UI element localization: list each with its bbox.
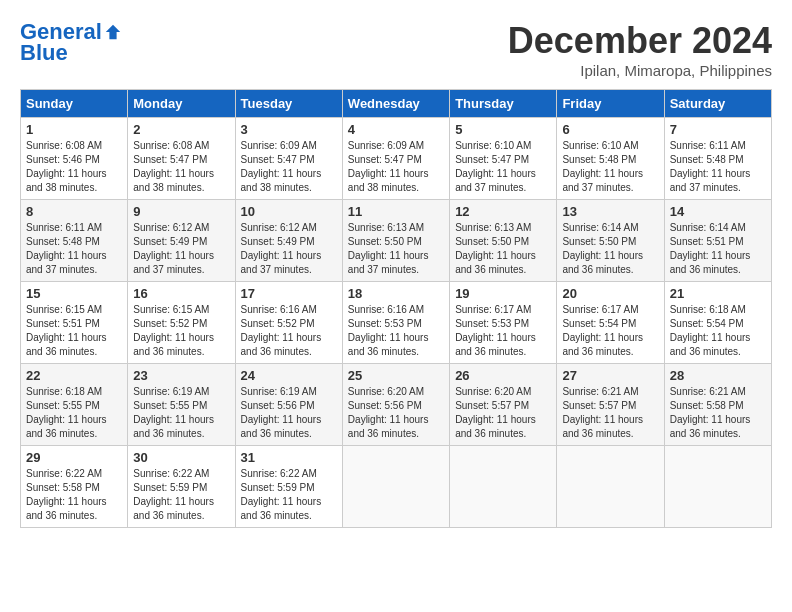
- day-info: Sunrise: 6:12 AM Sunset: 5:49 PM Dayligh…: [133, 221, 229, 277]
- day-info: Sunrise: 6:17 AM Sunset: 5:53 PM Dayligh…: [455, 303, 551, 359]
- weekday-header: Saturday: [664, 90, 771, 118]
- day-number: 26: [455, 368, 551, 383]
- day-number: 16: [133, 286, 229, 301]
- weekday-header: Friday: [557, 90, 664, 118]
- day-number: 20: [562, 286, 658, 301]
- day-info: Sunrise: 6:09 AM Sunset: 5:47 PM Dayligh…: [348, 139, 444, 195]
- calendar-cell: 18Sunrise: 6:16 AM Sunset: 5:53 PM Dayli…: [342, 282, 449, 364]
- day-info: Sunrise: 6:20 AM Sunset: 5:57 PM Dayligh…: [455, 385, 551, 441]
- calendar-week-row: 1Sunrise: 6:08 AM Sunset: 5:46 PM Daylig…: [21, 118, 772, 200]
- day-number: 3: [241, 122, 337, 137]
- day-number: 4: [348, 122, 444, 137]
- logo: General Blue: [20, 20, 122, 66]
- day-number: 18: [348, 286, 444, 301]
- day-info: Sunrise: 6:16 AM Sunset: 5:52 PM Dayligh…: [241, 303, 337, 359]
- calendar-cell: 7Sunrise: 6:11 AM Sunset: 5:48 PM Daylig…: [664, 118, 771, 200]
- calendar-cell: 27Sunrise: 6:21 AM Sunset: 5:57 PM Dayli…: [557, 364, 664, 446]
- day-info: Sunrise: 6:15 AM Sunset: 5:52 PM Dayligh…: [133, 303, 229, 359]
- calendar-cell: 24Sunrise: 6:19 AM Sunset: 5:56 PM Dayli…: [235, 364, 342, 446]
- title-area: December 2024 Ipilan, Mimaropa, Philippi…: [508, 20, 772, 79]
- calendar-cell: 25Sunrise: 6:20 AM Sunset: 5:56 PM Dayli…: [342, 364, 449, 446]
- calendar-cell: 12Sunrise: 6:13 AM Sunset: 5:50 PM Dayli…: [450, 200, 557, 282]
- day-info: Sunrise: 6:10 AM Sunset: 5:47 PM Dayligh…: [455, 139, 551, 195]
- day-number: 27: [562, 368, 658, 383]
- day-number: 14: [670, 204, 766, 219]
- day-info: Sunrise: 6:21 AM Sunset: 5:57 PM Dayligh…: [562, 385, 658, 441]
- day-info: Sunrise: 6:17 AM Sunset: 5:54 PM Dayligh…: [562, 303, 658, 359]
- calendar-cell: 3Sunrise: 6:09 AM Sunset: 5:47 PM Daylig…: [235, 118, 342, 200]
- day-number: 12: [455, 204, 551, 219]
- calendar-cell: [664, 446, 771, 528]
- calendar-cell: 23Sunrise: 6:19 AM Sunset: 5:55 PM Dayli…: [128, 364, 235, 446]
- calendar-cell: 26Sunrise: 6:20 AM Sunset: 5:57 PM Dayli…: [450, 364, 557, 446]
- day-number: 23: [133, 368, 229, 383]
- day-info: Sunrise: 6:14 AM Sunset: 5:50 PM Dayligh…: [562, 221, 658, 277]
- calendar-cell: 31Sunrise: 6:22 AM Sunset: 5:59 PM Dayli…: [235, 446, 342, 528]
- day-info: Sunrise: 6:11 AM Sunset: 5:48 PM Dayligh…: [26, 221, 122, 277]
- header: General Blue December 2024 Ipilan, Mimar…: [20, 20, 772, 79]
- day-number: 1: [26, 122, 122, 137]
- day-info: Sunrise: 6:19 AM Sunset: 5:56 PM Dayligh…: [241, 385, 337, 441]
- calendar-cell: 1Sunrise: 6:08 AM Sunset: 5:46 PM Daylig…: [21, 118, 128, 200]
- calendar-cell: 2Sunrise: 6:08 AM Sunset: 5:47 PM Daylig…: [128, 118, 235, 200]
- day-number: 24: [241, 368, 337, 383]
- day-number: 30: [133, 450, 229, 465]
- calendar-week-row: 22Sunrise: 6:18 AM Sunset: 5:55 PM Dayli…: [21, 364, 772, 446]
- weekday-header: Sunday: [21, 90, 128, 118]
- calendar-cell: [557, 446, 664, 528]
- day-number: 15: [26, 286, 122, 301]
- calendar-cell: 6Sunrise: 6:10 AM Sunset: 5:48 PM Daylig…: [557, 118, 664, 200]
- day-info: Sunrise: 6:22 AM Sunset: 5:59 PM Dayligh…: [241, 467, 337, 523]
- day-info: Sunrise: 6:20 AM Sunset: 5:56 PM Dayligh…: [348, 385, 444, 441]
- day-number: 11: [348, 204, 444, 219]
- calendar-week-row: 8Sunrise: 6:11 AM Sunset: 5:48 PM Daylig…: [21, 200, 772, 282]
- calendar-cell: 13Sunrise: 6:14 AM Sunset: 5:50 PM Dayli…: [557, 200, 664, 282]
- day-number: 29: [26, 450, 122, 465]
- day-info: Sunrise: 6:19 AM Sunset: 5:55 PM Dayligh…: [133, 385, 229, 441]
- month-title: December 2024: [508, 20, 772, 62]
- calendar-cell: 14Sunrise: 6:14 AM Sunset: 5:51 PM Dayli…: [664, 200, 771, 282]
- day-number: 2: [133, 122, 229, 137]
- day-info: Sunrise: 6:18 AM Sunset: 5:54 PM Dayligh…: [670, 303, 766, 359]
- day-number: 13: [562, 204, 658, 219]
- day-number: 8: [26, 204, 122, 219]
- weekday-header-row: SundayMondayTuesdayWednesdayThursdayFrid…: [21, 90, 772, 118]
- calendar-cell: 8Sunrise: 6:11 AM Sunset: 5:48 PM Daylig…: [21, 200, 128, 282]
- day-info: Sunrise: 6:22 AM Sunset: 5:58 PM Dayligh…: [26, 467, 122, 523]
- calendar-week-row: 29Sunrise: 6:22 AM Sunset: 5:58 PM Dayli…: [21, 446, 772, 528]
- calendar-cell: 20Sunrise: 6:17 AM Sunset: 5:54 PM Dayli…: [557, 282, 664, 364]
- day-info: Sunrise: 6:21 AM Sunset: 5:58 PM Dayligh…: [670, 385, 766, 441]
- calendar-cell: 15Sunrise: 6:15 AM Sunset: 5:51 PM Dayli…: [21, 282, 128, 364]
- calendar-cell: 29Sunrise: 6:22 AM Sunset: 5:58 PM Dayli…: [21, 446, 128, 528]
- day-number: 10: [241, 204, 337, 219]
- weekday-header: Thursday: [450, 90, 557, 118]
- day-number: 31: [241, 450, 337, 465]
- calendar-week-row: 15Sunrise: 6:15 AM Sunset: 5:51 PM Dayli…: [21, 282, 772, 364]
- svg-marker-0: [106, 25, 120, 39]
- day-info: Sunrise: 6:14 AM Sunset: 5:51 PM Dayligh…: [670, 221, 766, 277]
- weekday-header: Monday: [128, 90, 235, 118]
- day-info: Sunrise: 6:15 AM Sunset: 5:51 PM Dayligh…: [26, 303, 122, 359]
- calendar-cell: 22Sunrise: 6:18 AM Sunset: 5:55 PM Dayli…: [21, 364, 128, 446]
- day-info: Sunrise: 6:12 AM Sunset: 5:49 PM Dayligh…: [241, 221, 337, 277]
- logo-icon: [104, 23, 122, 41]
- calendar-cell: 16Sunrise: 6:15 AM Sunset: 5:52 PM Dayli…: [128, 282, 235, 364]
- day-info: Sunrise: 6:18 AM Sunset: 5:55 PM Dayligh…: [26, 385, 122, 441]
- calendar-table: SundayMondayTuesdayWednesdayThursdayFrid…: [20, 89, 772, 528]
- day-info: Sunrise: 6:16 AM Sunset: 5:53 PM Dayligh…: [348, 303, 444, 359]
- calendar-cell: 10Sunrise: 6:12 AM Sunset: 5:49 PM Dayli…: [235, 200, 342, 282]
- calendar-cell: [450, 446, 557, 528]
- calendar-cell: 19Sunrise: 6:17 AM Sunset: 5:53 PM Dayli…: [450, 282, 557, 364]
- day-number: 5: [455, 122, 551, 137]
- day-number: 21: [670, 286, 766, 301]
- day-number: 6: [562, 122, 658, 137]
- weekday-header: Wednesday: [342, 90, 449, 118]
- day-number: 25: [348, 368, 444, 383]
- day-info: Sunrise: 6:10 AM Sunset: 5:48 PM Dayligh…: [562, 139, 658, 195]
- day-info: Sunrise: 6:09 AM Sunset: 5:47 PM Dayligh…: [241, 139, 337, 195]
- day-info: Sunrise: 6:08 AM Sunset: 5:46 PM Dayligh…: [26, 139, 122, 195]
- day-info: Sunrise: 6:13 AM Sunset: 5:50 PM Dayligh…: [455, 221, 551, 277]
- calendar-cell: [342, 446, 449, 528]
- calendar-cell: 30Sunrise: 6:22 AM Sunset: 5:59 PM Dayli…: [128, 446, 235, 528]
- calendar-cell: 11Sunrise: 6:13 AM Sunset: 5:50 PM Dayli…: [342, 200, 449, 282]
